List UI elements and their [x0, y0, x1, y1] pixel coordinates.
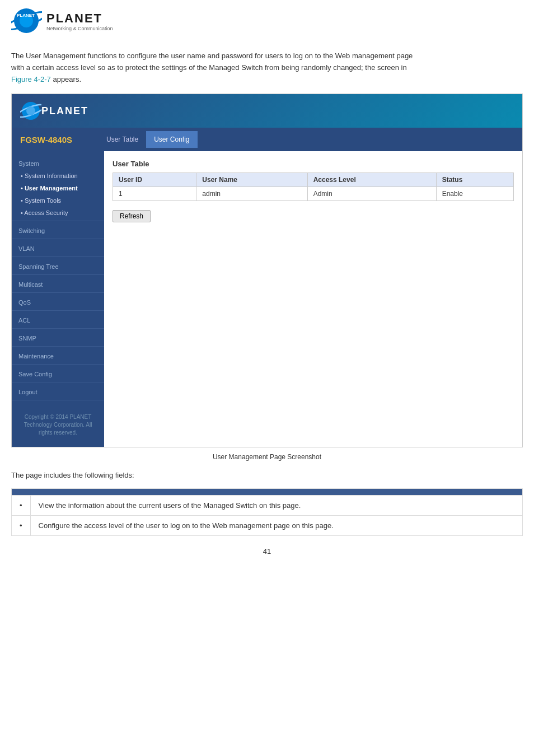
col-header-access-level: Access Level: [307, 173, 436, 187]
fields-bullet: •: [12, 496, 31, 516]
logo-container: PLANET PLANET Networking & Communication: [11, 6, 523, 36]
table-cell-user-name: admin: [196, 187, 307, 201]
content-area: User Table User ID User Name Access Leve…: [104, 151, 522, 447]
sidebar-item-logout[interactable]: Logout: [12, 384, 104, 398]
svg-point-6: [26, 106, 35, 115]
logo-subtitle-text: Networking & Communication: [46, 26, 113, 31]
divider-5: [12, 292, 104, 293]
tab-user-table[interactable]: User Table: [99, 131, 146, 148]
divider-3: [12, 256, 104, 257]
sidebar-item-save-config[interactable]: Save Config: [12, 366, 104, 380]
table-cell-status: Enable: [436, 187, 513, 201]
divider-9: [12, 364, 104, 365]
intro-text-2: with a certain access level so as to pro…: [11, 63, 407, 72]
table-row: 1adminAdminEnable: [113, 187, 514, 201]
divider-2: [12, 239, 104, 239]
fields-table-wrap: •View the information about the current …: [11, 488, 523, 536]
device-tabs-row: FGSW-4840S User Table User Config: [12, 128, 522, 151]
logo-text: PLANET Networking & Communication: [46, 11, 113, 31]
device-name: FGSW-4840S: [20, 135, 87, 144]
col-header-user-id: User ID: [113, 173, 196, 187]
col-header-user-name: User Name: [196, 173, 307, 187]
ui-panel: PLANET FGSW-4840S User Table User Config…: [11, 94, 523, 447]
fields-intro: The page includes the following fields:: [0, 466, 534, 484]
sidebar-item-access-security[interactable]: • Access Security: [12, 207, 104, 219]
intro-text-3: appears.: [51, 75, 81, 83]
planet-logo-icon: PLANET: [11, 6, 42, 36]
divider-6: [12, 310, 104, 311]
section-label: User Table: [113, 160, 514, 168]
sidebar-item-system-information[interactable]: • System Information: [12, 170, 104, 182]
sidebar-item-user-management[interactable]: • User Management: [12, 182, 104, 194]
sidebar-item-spanning-tree[interactable]: Spanning Tree: [12, 259, 104, 273]
sidebar-item-multicast[interactable]: Multicast: [12, 277, 104, 291]
fields-description: View the information about the current u…: [30, 496, 522, 516]
panel-header: PLANET: [12, 94, 522, 128]
fields-table-row: •Configure the access level of the user …: [12, 516, 523, 536]
logo-planet-text: PLANET: [46, 11, 113, 26]
fields-table-row: •View the information about the current …: [12, 496, 523, 516]
tab-user-config[interactable]: User Config: [146, 131, 197, 148]
divider-7: [12, 328, 104, 329]
divider-11: [12, 400, 104, 400]
fields-table-header-row: [12, 489, 523, 496]
sidebar-inner: System • System Information • User Manag…: [12, 156, 104, 442]
fields-bullet: •: [12, 516, 31, 536]
main-layout: System • System Information • User Manag…: [12, 151, 522, 447]
divider-4: [12, 274, 104, 275]
divider-10: [12, 382, 104, 382]
divider-1: [12, 221, 104, 221]
col-header-status: Status: [436, 173, 513, 187]
sidebar-item-vlan[interactable]: VLAN: [12, 241, 104, 255]
sidebar-item-system[interactable]: System: [12, 156, 104, 170]
panel-logo-text: PLANET: [41, 105, 88, 117]
page-number: 41: [11, 547, 523, 556]
top-header: PLANET PLANET Networking & Communication: [0, 0, 534, 45]
divider-8: [12, 346, 104, 347]
user-table: User ID User Name Access Level Status 1a…: [113, 172, 514, 201]
sidebar-copyright: Copyright © 2014 PLANET Technology Corpo…: [12, 402, 104, 442]
sidebar-nav: System • System Information • User Manag…: [12, 156, 104, 402]
intro-paragraph: The User Management functions to configu…: [0, 45, 534, 94]
svg-text:PLANET: PLANET: [17, 13, 35, 18]
fields-description: Configure the access level of the user t…: [30, 516, 522, 536]
sidebar-item-qos[interactable]: QoS: [12, 295, 104, 309]
figure-link[interactable]: Figure 4-2-7: [11, 75, 51, 83]
sidebar-item-system-tools[interactable]: • System Tools: [12, 194, 104, 207]
table-cell-user-id: 1: [113, 187, 196, 201]
sidebar: System • System Information • User Manag…: [12, 151, 104, 447]
sidebar-item-maintenance[interactable]: Maintenance: [12, 348, 104, 362]
intro-text-1: The User Management functions to configu…: [11, 52, 413, 60]
panel-logo-icon: [20, 100, 41, 122]
table-cell-access-level: Admin: [307, 187, 436, 201]
sidebar-item-snmp[interactable]: SNMP: [12, 330, 104, 344]
refresh-button[interactable]: Refresh: [113, 210, 151, 222]
sidebar-item-acl[interactable]: ACL: [12, 312, 104, 326]
fields-table: •View the information about the current …: [11, 488, 523, 536]
panel-logo-area: PLANET: [12, 94, 97, 128]
sidebar-item-switching[interactable]: Switching: [12, 223, 104, 237]
panel-caption: User Management Page Screenshot: [11, 453, 523, 461]
